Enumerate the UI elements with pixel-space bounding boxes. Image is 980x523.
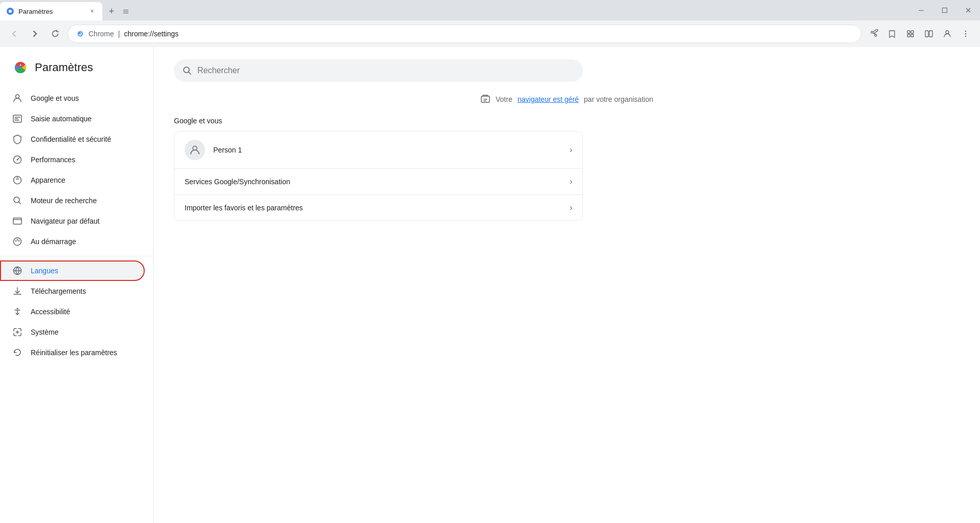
sidebar-item-google-et-vous[interactable]: Google et vous	[0, 88, 145, 108]
menu-button[interactable]	[957, 26, 974, 42]
sidebar-label-reinitialiser: Réinitialiser les paramètres	[31, 348, 117, 357]
sidebar-label-systeme: Système	[31, 328, 58, 336]
sidebar-label-demarrage: Au démarrage	[31, 237, 76, 246]
services-google-label: Services Google/Synchronisation	[185, 178, 570, 186]
minimize-button[interactable]	[909, 2, 933, 18]
secure-icon	[76, 30, 84, 38]
sidebar-item-systeme[interactable]: Système	[0, 322, 145, 342]
new-tab-button[interactable]: +	[104, 4, 119, 18]
tab-close-btn[interactable]: ×	[88, 7, 96, 15]
forward-button[interactable]	[27, 26, 43, 42]
managed-text-before: Votre	[496, 95, 513, 103]
bookmark-button[interactable]	[884, 26, 900, 42]
reload-icon	[51, 30, 59, 38]
share-icon	[869, 29, 878, 38]
sidebar-item-reinitialiser[interactable]: Réinitialiser les paramètres	[0, 342, 145, 363]
sidebar-item-accessibilite[interactable]: Accessibilité	[0, 301, 145, 322]
sidebar-item-apparence[interactable]: Apparence	[0, 170, 145, 190]
profile-button[interactable]	[939, 26, 955, 42]
restore-button[interactable]	[933, 2, 956, 18]
download-icon	[12, 286, 23, 296]
sidebar-item-confidentialite[interactable]: Confidentialité et sécurité	[0, 129, 145, 149]
performance-icon	[12, 155, 23, 165]
svg-point-12	[965, 31, 966, 32]
active-tab[interactable]: Paramètres ×	[0, 2, 102, 20]
address-bar[interactable]: Chrome | chrome://settings	[68, 25, 861, 43]
svg-rect-9	[925, 31, 928, 37]
sidebar-label-google-et-vous: Google et vous	[31, 94, 79, 102]
extensions-button[interactable]	[902, 26, 919, 42]
managed-banner: Votre navigateur est géré par votre orga…	[174, 94, 960, 104]
startup-icon	[12, 236, 23, 247]
avatar-icon	[189, 144, 201, 156]
search-engine-icon	[12, 195, 23, 206]
address-url-text: chrome://settings	[124, 30, 179, 38]
search-input[interactable]	[197, 66, 575, 75]
system-icon	[12, 327, 23, 337]
sidebar-divider	[0, 256, 153, 256]
person1-label: Person 1	[213, 146, 570, 154]
autofill-icon	[12, 114, 23, 124]
sidebar-label-moteur: Moteur de recherche	[31, 197, 97, 205]
card-item-services-google[interactable]: Services Google/Synchronisation ›	[174, 169, 583, 195]
svg-point-27	[17, 308, 18, 310]
card-item-person1[interactable]: Person 1 ›	[174, 132, 583, 169]
importer-favoris-label: Importer les favoris et les paramètres	[185, 204, 570, 212]
close-button[interactable]	[956, 2, 980, 18]
managed-icon	[480, 94, 491, 104]
globe-icon	[12, 266, 23, 276]
main-content: Votre navigateur est géré par votre orga…	[153, 47, 980, 523]
svg-point-21	[17, 159, 18, 161]
reload-button[interactable]	[47, 26, 63, 42]
sidebar-item-moteur-recherche[interactable]: Moteur de recherche	[0, 190, 145, 211]
sidebar-item-saisie-automatique[interactable]: Saisie automatique	[0, 108, 145, 129]
accessibility-icon	[12, 307, 23, 317]
sidebar-label-saisie: Saisie automatique	[31, 115, 92, 123]
chevron-right-icon-importer: ›	[570, 203, 572, 212]
svg-rect-2	[919, 10, 924, 11]
managed-link[interactable]: navigateur est géré	[518, 95, 579, 103]
svg-point-13	[965, 33, 966, 34]
sidebar-label-confidentialite: Confidentialité et sécurité	[31, 135, 111, 143]
svg-point-14	[965, 36, 966, 37]
sidebar: Paramètres Google et vous Saisie automat…	[0, 47, 153, 523]
bookmark-icon	[887, 29, 897, 38]
menu-icon	[961, 29, 970, 38]
svg-rect-7	[907, 34, 910, 37]
search-bar[interactable]	[174, 59, 583, 82]
chrome-logo	[12, 59, 29, 76]
split-view-icon	[924, 29, 933, 38]
person1-avatar	[185, 140, 205, 160]
sidebar-nav: Google et vous Saisie automatique Confid…	[0, 88, 153, 363]
browser-window: Paramètres × +	[0, 0, 980, 523]
default-browser-icon	[12, 216, 23, 226]
section-title: Google et vous	[174, 117, 960, 125]
svg-point-11	[946, 31, 949, 34]
sidebar-item-performances[interactable]: Performances	[0, 149, 145, 170]
sidebar-item-telechargements[interactable]: Téléchargements	[0, 281, 145, 301]
address-separator: |	[118, 30, 120, 38]
share-button[interactable]	[865, 26, 882, 42]
chevron-right-icon-services: ›	[570, 177, 572, 186]
nav-actions	[865, 26, 974, 42]
back-icon	[10, 30, 18, 38]
tab-favicon	[6, 7, 14, 15]
tab-list-button[interactable]	[119, 4, 133, 18]
tab-bar: Paramètres × +	[0, 0, 980, 20]
person-icon	[12, 93, 23, 103]
svg-point-28	[184, 67, 189, 73]
card-item-importer-favoris[interactable]: Importer les favoris et les paramètres ›	[174, 195, 583, 221]
sidebar-item-langues[interactable]: Langues	[0, 260, 145, 281]
svg-rect-10	[929, 31, 932, 37]
profile-icon	[943, 29, 952, 38]
sidebar-item-navigateur[interactable]: Navigateur par défaut	[0, 211, 145, 231]
svg-point-18	[16, 95, 19, 98]
chevron-right-icon-person1: ›	[570, 145, 572, 155]
back-button[interactable]	[6, 26, 23, 42]
sidebar-item-demarrage[interactable]: Au démarrage	[0, 231, 145, 252]
settings-card: Person 1 › Services Google/Synchronisati…	[174, 131, 583, 221]
managed-text-after: par votre organisation	[584, 95, 653, 103]
split-view-button[interactable]	[921, 26, 937, 42]
sidebar-label-performances: Performances	[31, 156, 75, 164]
sidebar-label-langues: Langues	[31, 267, 58, 275]
